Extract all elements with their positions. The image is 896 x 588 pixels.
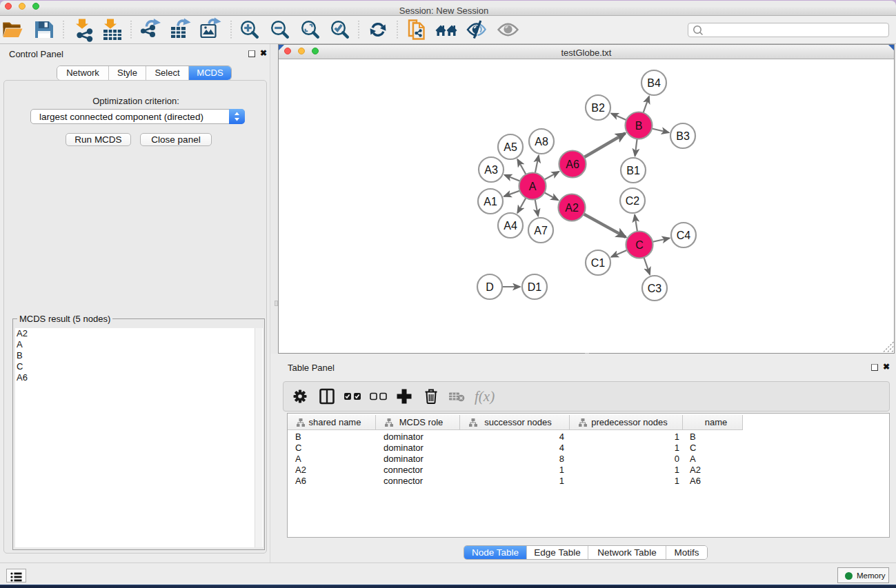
svg-text:A8: A8 — [535, 136, 548, 148]
svg-text:A3: A3 — [484, 164, 498, 176]
svg-text:B2: B2 — [591, 102, 605, 114]
svg-text:C4: C4 — [677, 230, 691, 241]
svg-text:A1: A1 — [484, 196, 497, 207]
svg-text:C2: C2 — [626, 195, 640, 207]
svg-text:D1: D1 — [528, 281, 542, 293]
svg-text:A4: A4 — [504, 220, 517, 232]
svg-text:A2: A2 — [565, 202, 579, 214]
svg-text:C3: C3 — [648, 283, 662, 294]
svg-text:A: A — [529, 181, 537, 192]
svg-text:B: B — [635, 120, 643, 132]
svg-text:f(x): f(x) — [475, 388, 495, 405]
svg-text:C1: C1 — [591, 257, 606, 269]
svg-text:C: C — [635, 239, 644, 251]
svg-text:D: D — [486, 281, 494, 293]
svg-text:B4: B4 — [647, 77, 661, 89]
svg-text:B1: B1 — [626, 165, 640, 176]
svg-text:B3: B3 — [676, 130, 690, 142]
svg-text:A7: A7 — [534, 225, 548, 236]
svg-text:A6: A6 — [566, 159, 579, 170]
svg-text:A5: A5 — [504, 141, 517, 153]
